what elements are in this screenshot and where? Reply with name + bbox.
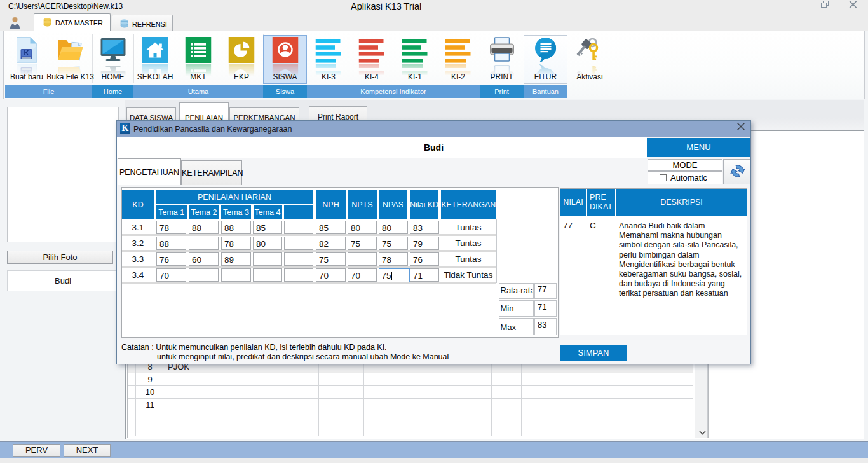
- svg-text:K: K: [24, 49, 29, 57]
